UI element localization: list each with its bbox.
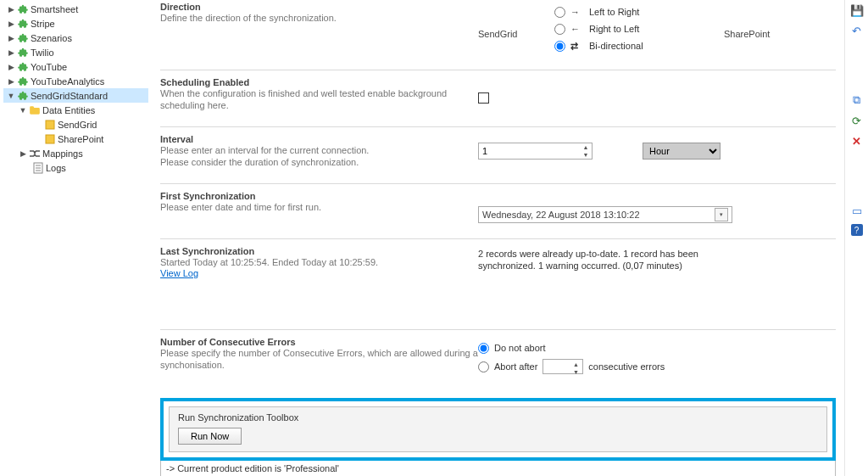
chevron-down-icon[interactable]: ▼ (580, 151, 592, 159)
section-desc: Please consider the duration of synchron… (160, 156, 478, 168)
refresh-icon[interactable]: ⟳ (850, 114, 864, 127)
tree-label: YouTubeAnalytics (31, 76, 104, 87)
section-title: First Synchronization (160, 191, 478, 201)
chevron-up-icon[interactable]: ▲ (570, 361, 581, 368)
tree-label: Data Entities (42, 105, 95, 115)
calendar-dropdown-icon[interactable]: ▾ (715, 208, 728, 221)
interval-unit-select[interactable]: Hour (643, 143, 721, 160)
entity-icon (44, 119, 56, 131)
delete-icon[interactable]: ✕ (850, 134, 864, 148)
puzzle-icon (17, 3, 29, 15)
chevron-right-icon[interactable]: ▶ (19, 149, 27, 158)
entity-icon (44, 133, 56, 145)
chevron-down-icon[interactable]: ▼ (7, 92, 15, 100)
radio-abort-after[interactable]: Abort after (478, 361, 537, 372)
tree-item[interactable]: ▶Stripe (3, 16, 148, 31)
chevron-right-icon[interactable]: ▶ (7, 77, 15, 86)
arrow-right-icon: → (570, 7, 586, 17)
mappings-icon (29, 148, 41, 160)
last-sync-result: 2 records were already up-to-date. 1 rec… (478, 248, 741, 272)
tree-label: YouTube (31, 62, 67, 72)
chevron-up-icon[interactable]: ▲ (580, 143, 592, 151)
arrow-left-icon: ← (570, 24, 586, 34)
radio-label: Do not abort (494, 343, 546, 353)
tree-label: SharePoint (58, 134, 103, 144)
tree-label: Mappings (42, 148, 83, 159)
tree-item[interactable]: ▶Twilio (3, 45, 148, 59)
spinner-buttons[interactable]: ▲▼ (580, 143, 592, 159)
view-log-link[interactable]: View Log (160, 268, 198, 278)
chevron-down-icon[interactable]: ▼ (19, 106, 27, 115)
chevron-right-icon[interactable]: ▶ (7, 34, 15, 42)
log-output: -> Current product edition is 'Professio… (160, 461, 836, 476)
tree-label: SendGrid (58, 120, 97, 130)
svg-rect-1 (46, 135, 54, 143)
abort-suffix: consecutive errors (588, 361, 665, 372)
direction-left-label: SendGrid (478, 3, 554, 39)
radio-label: Abort after (494, 361, 537, 372)
section-desc: Started Today at 10:25:54. Ended Today a… (160, 256, 478, 268)
tree-item-entity[interactable]: SendGrid (3, 117, 148, 132)
svg-rect-0 (46, 120, 54, 129)
abort-count-input[interactable]: ▲▼ (542, 359, 583, 374)
section-desc: Please enter date and time for first run… (160, 201, 478, 213)
tree-item[interactable]: ▶Smartsheet (3, 2, 148, 16)
radio-bi[interactable]: ⇄Bi-directional (554, 37, 690, 54)
run-now-button[interactable]: Run Now (178, 428, 242, 445)
folder-icon (29, 104, 41, 116)
toolbox-title: Run Synchronization Toolbox (178, 412, 818, 423)
section-desc: When the configuration is finished and w… (160, 87, 478, 111)
tree-label: Stripe (31, 19, 55, 29)
tree-item-mappings[interactable]: ▶Mappings (3, 146, 148, 160)
radio-label: Bi-directional (589, 41, 643, 51)
chevron-right-icon[interactable]: ▶ (7, 20, 15, 28)
puzzle-icon (17, 32, 29, 44)
window-icon[interactable]: ▭ (850, 204, 864, 217)
tree-item-data-entities[interactable]: ▼Data Entities (3, 103, 148, 117)
radio-label: Left to Right (589, 7, 639, 17)
section-scheduling: Scheduling Enabled When the configuratio… (160, 70, 836, 126)
section-title: Number of Consecutive Errors (160, 337, 478, 347)
section-desc: Please specify the number of Consecutive… (160, 347, 478, 371)
radio-rtl[interactable]: ←Right to Left (554, 20, 690, 37)
radio-ltr[interactable]: →Left to Right (554, 3, 690, 20)
tree-item-logs[interactable]: Logs (3, 160, 148, 175)
section-title: Interval (160, 134, 478, 144)
tree-label: SendGridStandard (31, 91, 108, 101)
puzzle-icon (17, 76, 29, 87)
section-direction: Direction Define the direction of the sy… (160, 0, 836, 70)
logs-icon (32, 162, 44, 174)
section-title: Direction (160, 2, 478, 12)
first-sync-datepicker[interactable]: Wednesday, 22 August 2018 13:10:22 ▾ (478, 206, 732, 223)
puzzle-icon (17, 61, 29, 73)
puzzle-icon (17, 47, 29, 59)
chevron-down-icon[interactable]: ▼ (570, 368, 581, 376)
tree-item-entity[interactable]: SharePoint (3, 132, 148, 146)
arrows-bi-icon: ⇄ (570, 41, 586, 52)
copy-icon[interactable]: ⧉ (850, 93, 864, 107)
section-interval: Interval Please enter an interval for th… (160, 126, 836, 183)
section-desc: Please enter an interval for the current… (160, 144, 478, 156)
tree-item[interactable]: ▶Szenarios (3, 31, 148, 45)
chevron-right-icon[interactable]: ▶ (7, 48, 15, 57)
right-toolbar: 💾 ↶ ⧉ ⟳ ✕ ▭ ? (844, 0, 868, 476)
help-icon[interactable]: ? (851, 224, 863, 236)
tree-label: Twilio (31, 48, 54, 58)
tree-label: Szenarios (31, 33, 72, 43)
section-title: Scheduling Enabled (160, 77, 478, 87)
interval-input[interactable] (478, 143, 593, 160)
chevron-right-icon[interactable]: ▶ (7, 63, 15, 71)
undo-icon[interactable]: ↶ (850, 24, 864, 37)
log-line: -> Current product edition is 'Professio… (166, 462, 830, 474)
date-value: Wednesday, 22 August 2018 13:10:22 (482, 210, 640, 220)
chevron-right-icon[interactable]: ▶ (7, 5, 15, 14)
scheduling-checkbox[interactable] (478, 92, 489, 104)
connector-tree: ▶Smartsheet ▶Stripe ▶Szenarios ▶Twilio ▶… (0, 0, 148, 476)
section-first-sync: First Synchronization Please enter date … (160, 183, 836, 238)
tree-item[interactable]: ▶YouTubeAnalytics (3, 74, 148, 88)
save-icon[interactable]: 💾 (850, 3, 864, 17)
tree-item-selected[interactable]: ▼SendGridStandard (3, 88, 148, 103)
tree-item[interactable]: ▶YouTube (3, 59, 148, 74)
section-title: Last Synchronization (160, 246, 478, 256)
radio-no-abort[interactable]: Do not abort (478, 339, 836, 357)
